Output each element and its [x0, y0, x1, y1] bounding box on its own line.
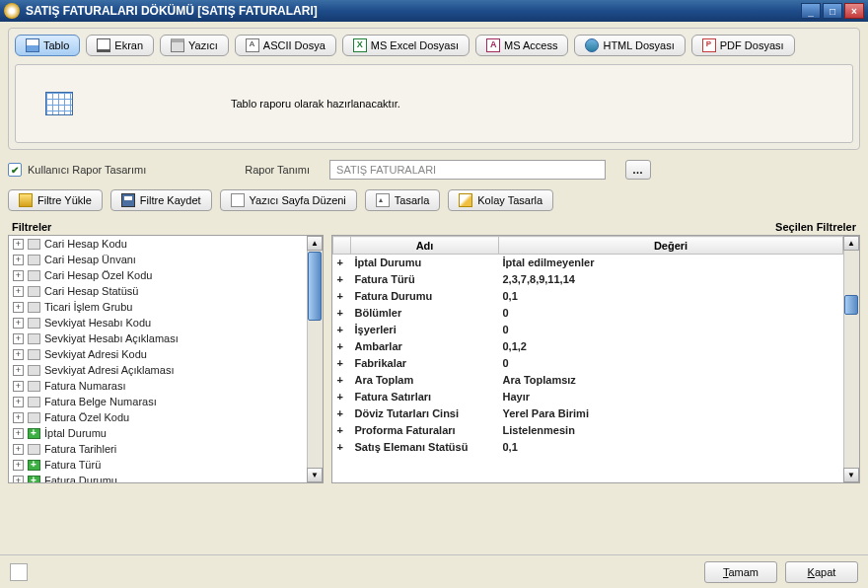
expand-icon[interactable]: +: [13, 444, 24, 455]
filter-item[interactable]: +Sevkiyat Hesabı Açıklaması: [9, 331, 323, 346]
scroll-down-icon[interactable]: ▼: [843, 468, 859, 482]
rapor-browse-button[interactable]: …: [625, 160, 651, 180]
scroll-thumb[interactable]: [844, 295, 858, 315]
expand-icon[interactable]: +: [13, 318, 24, 329]
minimize-button[interactable]: _: [801, 3, 821, 19]
app-icon: [4, 3, 20, 19]
table-row[interactable]: +Proforma FaturalarıListelenmesin: [333, 422, 843, 439]
sayfa-duzeni-button[interactable]: Yazıcı Sayfa Düzeni: [220, 189, 357, 211]
filtre-kaydet-button[interactable]: Filtre Kaydet: [110, 189, 212, 211]
filtre-yukle-button[interactable]: Filtre Yükle: [8, 189, 103, 211]
btn-label: Filtre Kaydet: [140, 194, 201, 206]
filter-name: Ambarlar: [351, 338, 499, 355]
tab-excel[interactable]: MS Excel Dosyası: [342, 35, 470, 56]
filter-value: 0,1: [499, 439, 843, 456]
expand-icon[interactable]: +: [333, 255, 351, 271]
scroll-thumb[interactable]: [308, 252, 322, 321]
expand-icon[interactable]: +: [333, 439, 351, 456]
tab-tablo[interactable]: Tablo: [15, 35, 80, 56]
expand-icon[interactable]: +: [333, 305, 351, 322]
scrollbar[interactable]: ▲ ▼: [307, 236, 323, 482]
scroll-down-icon[interactable]: ▼: [307, 468, 323, 482]
filter-item[interactable]: +Fatura Numarası: [9, 378, 323, 394]
table-row[interactable]: +Ara ToplamAra Toplamsız: [333, 372, 843, 389]
tasarla-button[interactable]: Tasarla: [365, 189, 440, 211]
table-row[interactable]: +Fatura Durumu0,1: [333, 288, 843, 305]
table-row[interactable]: +Bölümler0: [333, 305, 843, 322]
expand-icon[interactable]: +: [13, 412, 24, 423]
scroll-up-icon[interactable]: ▲: [843, 236, 859, 251]
tab-ekran[interactable]: Ekran: [86, 35, 154, 56]
expand-icon[interactable]: +: [333, 355, 351, 372]
table-row[interactable]: +Fatura Türü2,3,7,8,9,11,14: [333, 271, 843, 288]
table-row[interactable]: +Fatura SatırlarıHayır: [333, 389, 843, 405]
window-title: SATIŞ FATURALARI DÖKÜMÜ [SATIŞ FATURALAR…: [26, 4, 801, 18]
expand-icon[interactable]: +: [333, 338, 351, 355]
expand-icon[interactable]: +: [13, 381, 24, 392]
inactive-filter-icon: [28, 239, 40, 250]
expand-icon[interactable]: +: [13, 255, 24, 265]
expand-icon[interactable]: +: [333, 389, 351, 405]
expand-icon[interactable]: +: [13, 397, 24, 407]
filter-item[interactable]: +İptal Durumu: [9, 425, 323, 441]
expand-icon[interactable]: +: [333, 271, 351, 288]
tab-html[interactable]: HTML Dosyası: [574, 35, 685, 56]
expand-icon[interactable]: +: [13, 286, 24, 297]
expand-icon[interactable]: +: [13, 333, 24, 344]
maximize-button[interactable]: □: [823, 3, 842, 19]
tamam-button[interactable]: Tamam: [704, 561, 777, 583]
rapor-tanim-input[interactable]: [329, 160, 606, 180]
screen-icon: [97, 38, 110, 52]
filter-item[interactable]: +Ticari İşlem Grubu: [9, 299, 323, 315]
filter-label: Fatura Tarihleri: [44, 443, 116, 455]
expand-icon[interactable]: +: [13, 349, 24, 360]
tab-ascii[interactable]: ASCII Dosya: [235, 35, 336, 56]
table-row[interactable]: +Ambarlar0,1,2: [333, 338, 843, 355]
filter-item[interactable]: +Fatura Özel Kodu: [9, 409, 323, 425]
expand-icon[interactable]: +: [13, 239, 24, 250]
scrollbar[interactable]: ▲ ▼: [843, 236, 859, 482]
filter-item[interactable]: +Fatura Belge Numarası: [9, 394, 323, 409]
expand-icon[interactable]: +: [13, 365, 24, 376]
filter-name: Döviz Tutarları Cinsi: [351, 405, 499, 422]
filter-item[interactable]: +Cari Hesap Ünvanı: [9, 252, 323, 267]
btn-label: Tasarla: [395, 194, 429, 206]
filter-item[interactable]: +Cari Hesap Kodu: [9, 236, 323, 252]
inactive-filter-icon: [28, 365, 40, 376]
expand-icon[interactable]: +: [13, 428, 24, 439]
tab-pdf[interactable]: PDF Dosyası: [691, 35, 795, 56]
table-row[interactable]: +Satış Elemanı Statüsü0,1: [333, 439, 843, 456]
expand-icon[interactable]: +: [333, 422, 351, 439]
expand-icon[interactable]: +: [333, 372, 351, 389]
tab-yazici[interactable]: Yazıcı: [160, 35, 229, 56]
tab-access[interactable]: MS Access: [475, 35, 568, 56]
expand-icon[interactable]: +: [333, 405, 351, 422]
kolay-tasarla-button[interactable]: Kolay Tasarla: [448, 189, 553, 211]
expand-icon[interactable]: +: [13, 270, 24, 281]
table-row[interactable]: +Fabrikalar0: [333, 355, 843, 372]
filter-item[interactable]: +Sevkiyat Adresi Kodu: [9, 346, 323, 362]
table-row[interactable]: +Döviz Tutarları CinsiYerel Para Birimi: [333, 405, 843, 422]
expand-icon[interactable]: +: [13, 476, 24, 484]
user-report-design-checkbox[interactable]: [8, 163, 22, 177]
filter-item[interactable]: +Sevkiyat Hesabı Kodu: [9, 315, 323, 331]
filter-item[interactable]: +Fatura Durumu: [9, 473, 323, 483]
blank-page-icon[interactable]: [10, 563, 28, 581]
filter-item[interactable]: +Cari Hesap Özel Kodu: [9, 267, 323, 283]
filter-label: Sevkiyat Adresi Açıklaması: [44, 364, 174, 376]
filter-item[interactable]: +Cari Hesap Statüsü: [9, 283, 323, 299]
table-row[interactable]: +İşyerleri0: [333, 322, 843, 338]
scroll-up-icon[interactable]: ▲: [307, 236, 323, 251]
expand-icon[interactable]: +: [13, 460, 24, 471]
filter-item[interactable]: +Fatura Türü: [9, 457, 323, 473]
col-degeri[interactable]: Değeri: [499, 237, 843, 255]
expand-icon[interactable]: +: [333, 288, 351, 305]
close-button[interactable]: ×: [844, 3, 864, 19]
col-adi[interactable]: Adı: [351, 237, 499, 255]
expand-icon[interactable]: +: [333, 322, 351, 338]
expand-icon[interactable]: +: [13, 302, 24, 313]
filter-item[interactable]: +Fatura Tarihleri: [9, 441, 323, 457]
table-row[interactable]: +İptal Durumuİptal edilmeyenler: [333, 255, 843, 271]
filter-item[interactable]: +Sevkiyat Adresi Açıklaması: [9, 362, 323, 378]
kapat-button[interactable]: Kapat: [785, 561, 858, 583]
